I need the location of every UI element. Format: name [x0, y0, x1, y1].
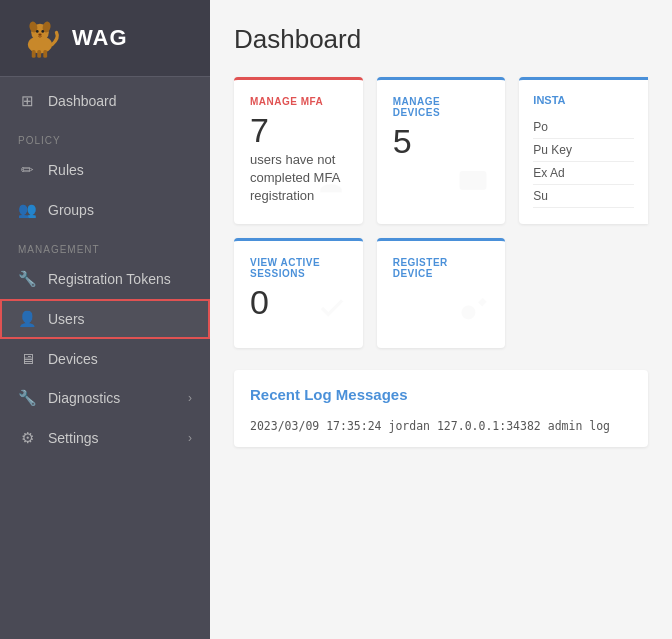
gear-icon: ⚙	[18, 429, 36, 447]
key-icon	[459, 293, 489, 330]
log-entry: 2023/03/09 17:35:24 jordan 127.0.0.1:343…	[250, 415, 632, 437]
card-manage-devices-label: MANAGE DEVICES	[393, 96, 490, 118]
person-icon	[315, 167, 347, 206]
card-register-device[interactable]: REGISTER DEVICE	[377, 238, 506, 348]
sidebar-item-diagnostics[interactable]: 🔧 Diagnostics ›	[0, 378, 210, 418]
card-insta-partial: Insta Po Pu Key Ex Ad Su	[519, 77, 648, 224]
sidebar-item-devices[interactable]: 🖥 Devices	[0, 339, 210, 378]
card-sessions-label: VIEW ACTIVE SESSIONS	[250, 257, 347, 279]
log-section: Recent Log Messages 2023/03/09 17:35:24 …	[234, 370, 648, 447]
logo-text: WAG	[72, 25, 128, 51]
card-manage-devices-number: 5	[393, 124, 490, 158]
card-manage-mfa-number: 7	[250, 113, 347, 147]
management-section-label: MANAGEMENT	[0, 230, 210, 259]
svg-rect-8	[37, 50, 41, 58]
page-title: Dashboard	[234, 24, 648, 55]
svg-rect-7	[32, 50, 36, 58]
policy-section-label: POLICY	[0, 121, 210, 150]
sidebar-item-dashboard[interactable]: ⊞ Dashboard	[0, 81, 210, 121]
check-icon	[317, 293, 347, 330]
card-partial-row: Pu Key	[533, 139, 634, 162]
sidebar-nav: ⊞ Dashboard POLICY ✏ Rules 👥 Groups MANA…	[0, 77, 210, 639]
svg-rect-9	[43, 50, 47, 58]
users-small-icon: 👥	[18, 201, 36, 219]
wrench2-icon: 🔧	[18, 389, 36, 407]
wrench-icon: 🔧	[18, 270, 36, 288]
sidebar-item-label: Settings	[48, 430, 99, 446]
card-partial-row: Ex Ad	[533, 162, 634, 185]
svg-point-6	[38, 34, 41, 36]
chevron-right-icon-settings: ›	[188, 431, 192, 445]
sidebar-item-label: Devices	[48, 351, 98, 367]
card-manage-devices[interactable]: MANAGE DEVICES 5	[377, 77, 506, 224]
sidebar-item-registration-tokens[interactable]: 🔧 Registration Tokens	[0, 259, 210, 299]
sidebar-item-label: Users	[48, 311, 85, 327]
cards-grid: MANAGE MFA 7 users have not completed MF…	[234, 77, 648, 348]
sidebar-logo: WAG	[0, 0, 210, 77]
monitor-card-icon	[457, 167, 489, 206]
card-manage-mfa-label: MANAGE MFA	[250, 96, 347, 107]
sidebar-item-label: Diagnostics	[48, 390, 120, 406]
card-view-active-sessions[interactable]: VIEW ACTIVE SESSIONS 0	[234, 238, 363, 348]
sidebar: WAG ⊞ Dashboard POLICY ✏ Rules 👥 Groups …	[0, 0, 210, 639]
chevron-right-icon: ›	[188, 391, 192, 405]
users-icon: 👤	[18, 310, 36, 328]
monitor-icon: 🖥	[18, 350, 36, 367]
grid-icon: ⊞	[18, 92, 36, 110]
svg-rect-11	[460, 171, 487, 190]
card-partial-row: Po	[533, 116, 634, 139]
svg-point-10	[325, 171, 336, 182]
card-partial-row: Su	[533, 185, 634, 208]
card-register-device-label: REGISTER DEVICE	[393, 257, 490, 279]
sidebar-item-label: Dashboard	[48, 93, 117, 109]
card-partial-title: Insta	[533, 94, 634, 106]
sidebar-item-settings[interactable]: ⚙ Settings ›	[0, 418, 210, 458]
sidebar-item-label: Registration Tokens	[48, 271, 171, 287]
sidebar-item-label: Rules	[48, 162, 84, 178]
dog-logo-icon	[18, 16, 62, 60]
card-manage-mfa[interactable]: MANAGE MFA 7 users have not completed MF…	[234, 77, 363, 224]
svg-point-5	[41, 30, 44, 33]
sidebar-item-groups[interactable]: 👥 Groups	[0, 190, 210, 230]
svg-point-4	[36, 30, 39, 33]
pencil-icon: ✏	[18, 161, 36, 179]
sidebar-item-users[interactable]: 👤 Users	[0, 299, 210, 339]
main-content: Dashboard MANAGE MFA 7 users have not co…	[210, 0, 672, 639]
log-title: Recent Log Messages	[250, 386, 632, 403]
sidebar-item-rules[interactable]: ✏ Rules	[0, 150, 210, 190]
sidebar-item-label: Groups	[48, 202, 94, 218]
